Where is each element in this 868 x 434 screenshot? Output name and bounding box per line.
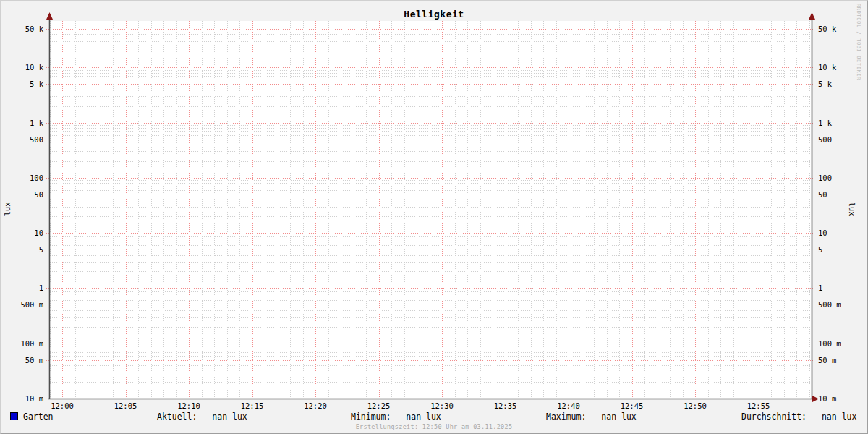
y-tick-label-left: 1 [10, 284, 43, 292]
x-tick-label: 12:30 [423, 401, 461, 410]
y-tick-label-right: 100 m [818, 339, 851, 348]
y-tick-label-right: 500 m [818, 300, 851, 309]
stat-value: -nan lux [596, 412, 636, 422]
stat-minimum: Minimum:-nan lux [351, 412, 441, 422]
x-tick-label: 12:45 [613, 401, 651, 410]
rrdtool-watermark: RRDTOOL / TOBI OETIKER [856, 4, 861, 80]
y-tick-label-left: 100 [10, 174, 43, 182]
y-tick-label-right: 50 k [818, 25, 851, 33]
x-tick-label: 12:00 [43, 401, 81, 410]
creation-time: Erstellungszeit: 12:50 Uhr am 03.11.2025 [1, 423, 867, 430]
y-tick-label-right: 50 m [818, 356, 851, 365]
legend-color-swatch [10, 412, 18, 420]
y-tick-label-right: 5 k [818, 80, 851, 88]
y-tick-label-left: 500 [10, 135, 43, 144]
y-tick-label-right: 10 [818, 229, 851, 237]
y-tick-label-left: 50 [10, 190, 43, 199]
x-tick-label: 12:15 [234, 401, 271, 410]
x-tick-label: 12:25 [360, 401, 398, 410]
x-tick-label: 12:05 [107, 401, 145, 410]
stat-durchschnitt: Durchschnitt:-nan lux [741, 412, 856, 422]
y-tick-label-right: 1 [818, 284, 851, 292]
legend-row: Garten Aktuell:-nan lux Minimum:-nan lux… [1, 412, 867, 422]
y-tick-label-right: 500 [818, 135, 851, 144]
y-tick-label-right: 1 k [818, 119, 851, 127]
x-tick-label: 12:35 [487, 401, 524, 410]
y-tick-label-left: 50 k [10, 25, 43, 33]
chart-title: Helligkeit [1, 9, 867, 20]
x-tick-label: 12:10 [170, 401, 208, 410]
stat-label: Minimum: [351, 412, 391, 422]
stat-value: -nan lux [817, 412, 856, 422]
plot-area [1, 1, 867, 433]
y-tick-label-right: 50 [818, 190, 851, 199]
stat-label: Durchschnitt: [741, 412, 807, 422]
y-tick-label-left: 10 [10, 229, 43, 237]
stat-label: Aktuell: [157, 412, 197, 422]
legend-series-label: Garten [23, 412, 54, 422]
x-tick-label: 12:50 [676, 401, 714, 410]
y-tick-label-left: 10 m [10, 394, 43, 403]
y-tick-label-right: 100 [818, 174, 851, 182]
y-tick-label-right: 5 [818, 245, 851, 254]
y-tick-label-left: 5 k [10, 80, 43, 88]
y-tick-label-right: 10 m [818, 394, 851, 403]
rrdtool-graph: Helligkeit RRDTOOL / TOBI OETIKER lux lu… [0, 0, 868, 434]
y-tick-label-right: 10 k [818, 63, 851, 72]
y-tick-label-left: 50 m [10, 356, 43, 365]
x-tick-label: 12:20 [297, 401, 334, 410]
y-tick-label-left: 100 m [10, 339, 43, 348]
y-tick-label-left: 1 k [10, 119, 43, 127]
y-tick-label-left: 500 m [10, 300, 43, 309]
y-tick-label-left: 5 [10, 245, 43, 254]
x-tick-label: 12:55 [740, 401, 778, 410]
stat-value: -nan lux [401, 412, 441, 422]
y-tick-label-left: 10 k [10, 63, 43, 72]
stat-value: -nan lux [207, 412, 247, 422]
stat-maximum: Maximum:-nan lux [546, 412, 637, 422]
stat-label: Maximum: [546, 412, 586, 422]
stat-aktuell: Aktuell:-nan lux [157, 412, 247, 422]
y-axis-label-left: lux [3, 195, 12, 224]
y-axis-label-right: lux [848, 195, 856, 224]
x-tick-label: 12:40 [550, 401, 587, 410]
